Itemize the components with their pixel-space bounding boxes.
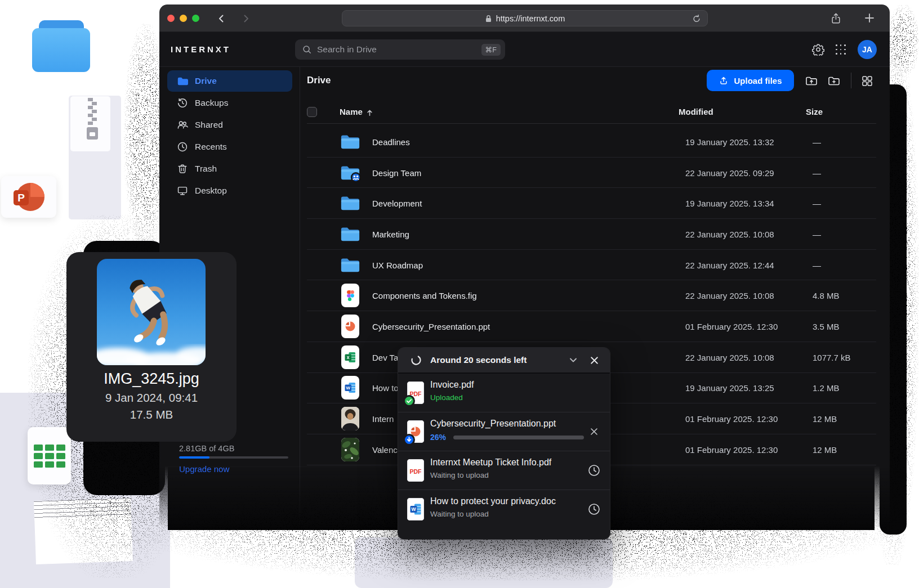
image-preview-card: IMG_3245.jpg 9 Jan 2024, 09:41 17.5 MB (66, 252, 237, 442)
internxt-logo: INTERNXT (171, 44, 231, 54)
waiting-clock-icon (587, 502, 601, 516)
file-name: Dev Ta (372, 352, 398, 362)
sidebar-item-label: Shared (195, 120, 223, 130)
marketing-composite: https://internxt.com INTERNXT Search in … (0, 0, 919, 588)
table-row[interactable]: Development 19 January 2025. 13:34 — (307, 188, 876, 219)
browser-chrome: https://internxt.com (159, 5, 890, 32)
file-name: Marketing (372, 229, 409, 239)
modified-date: 01 February 2025. 12:30 (685, 414, 778, 424)
upload-folder-icon[interactable] (804, 74, 819, 88)
file-size: 1077.7 kB (813, 352, 851, 362)
pdf-file-icon: PDF (407, 459, 424, 482)
photo-thumbnail (97, 259, 206, 365)
grid-view-icon[interactable] (860, 74, 875, 88)
close-window-button[interactable] (167, 15, 175, 22)
sidebar-item-drive[interactable]: Drive (167, 70, 292, 92)
close-icon[interactable] (587, 353, 601, 367)
people-icon (176, 119, 189, 131)
powerpoint-decoration: P (1, 176, 56, 218)
zip-file-decoration (70, 96, 110, 151)
storage-usage: 2.81GB of 4GB (179, 444, 234, 453)
folder-icon (176, 75, 189, 87)
powerpoint-letter: P (17, 192, 25, 204)
upload-item-status: Uploaded (430, 393, 463, 402)
upload-item-status: Waiting to upload (430, 510, 489, 518)
upload-item-name: Invoice.pdf (430, 380, 474, 390)
modified-date: 22 January 2025. 09:29 (685, 168, 774, 177)
upload-item-name: Cybersecurity_Presentation.ppt (430, 419, 556, 429)
blue-folder-decoration (32, 20, 90, 72)
chevron-down-icon[interactable] (566, 353, 580, 367)
upload-percent: 26% (430, 433, 446, 442)
reload-icon[interactable] (692, 14, 701, 23)
minimize-window-button[interactable] (180, 15, 187, 22)
modified-date: 19 January 2025. 13:32 (685, 137, 774, 146)
search-placeholder: Search in Drive (317, 44, 476, 55)
apps-grid-icon[interactable] (834, 43, 847, 56)
column-modified[interactable]: Modified (679, 107, 713, 116)
page-title: Drive (307, 75, 331, 86)
upload-files-button[interactable]: Upload files (707, 70, 794, 91)
search-icon (302, 44, 312, 55)
forward-icon[interactable] (240, 12, 252, 25)
new-folder-icon[interactable] (827, 74, 841, 88)
word-file-icon: W (407, 498, 424, 520)
modified-date: 01 February 2025. 12:30 (685, 445, 778, 454)
restore-clock-icon (176, 97, 189, 109)
file-size: — (813, 137, 821, 146)
zoom-window-button[interactable] (192, 15, 199, 22)
table-row[interactable]: Components and Tokens.fig 22 January 202… (307, 280, 876, 311)
sort-ascending-icon[interactable] (366, 109, 373, 119)
preview-filename: IMG_3245.jpg (66, 370, 237, 388)
upgrade-link[interactable]: Upgrade now (179, 464, 229, 474)
file-name: Deadlines (372, 137, 410, 146)
sidebar-item-label: Recents (195, 142, 227, 152)
share-icon[interactable] (829, 12, 842, 24)
sidebar-item-shared[interactable]: Shared (167, 114, 292, 136)
folder-icon (336, 226, 364, 243)
upload-progress-bar (453, 436, 584, 439)
table-row[interactable]: Design Team 22 January 2025. 09:29 — (307, 158, 876, 188)
excel-icon: x (336, 345, 364, 369)
spreadsheet-decoration (28, 427, 71, 484)
folder-icon (336, 195, 364, 212)
address-bar[interactable]: https://internxt.com (342, 10, 708, 26)
settings-gear-icon[interactable] (811, 43, 825, 56)
figma-icon (336, 284, 364, 307)
avatar[interactable]: JA (858, 40, 877, 59)
search-shortcut-badge: ⌘F (481, 44, 501, 56)
upload-item-name: How to protect your privacy.doc (430, 496, 556, 506)
search-input[interactable]: Search in Drive ⌘F (295, 39, 505, 60)
cancel-upload-icon[interactable] (587, 425, 601, 438)
back-icon[interactable] (215, 12, 227, 25)
file-size: — (813, 229, 821, 239)
svg-text:W: W (346, 386, 350, 391)
upload-popup-header: Around 20 seconds left (398, 348, 610, 374)
file-size: 12 MB (813, 414, 837, 424)
file-name: Cybersecurity_Presentation.ppt (372, 321, 490, 331)
sidebar-item-label: Trash (195, 164, 217, 174)
table-row[interactable]: UX Roadmap 22 January 2025. 12:44 — (307, 250, 876, 281)
sidebar-item-trash[interactable]: Trash (167, 158, 292, 179)
modified-date: 19 January 2025. 13:34 (685, 199, 774, 208)
file-size: 4.8 MB (813, 291, 840, 300)
table-row[interactable]: Deadlines 19 January 2025. 13:32 — (307, 127, 876, 158)
file-name: Components and Tokens.fig (372, 291, 477, 300)
upload-item: W How to protect your privacy.doc Waitin… (398, 490, 610, 529)
table-row[interactable]: Cybersecurity_Presentation.ppt 01 Februa… (307, 311, 876, 342)
window-controls[interactable] (167, 15, 199, 22)
file-size: — (813, 260, 821, 270)
column-size[interactable]: Size (806, 107, 823, 116)
sidebar-item-recents[interactable]: Recents (167, 136, 292, 158)
url-text: https://internxt.com (496, 14, 565, 23)
modified-date: 22 January 2025. 12:44 (685, 260, 774, 270)
select-all-checkbox[interactable] (307, 107, 317, 117)
folder-icon (336, 257, 364, 273)
modified-date: 22 January 2025. 10:08 (685, 352, 774, 362)
preview-size: 17.5 MB (66, 408, 237, 421)
table-row[interactable]: Marketing 22 January 2025. 10:08 — (307, 219, 876, 250)
new-tab-icon[interactable] (863, 12, 876, 24)
sidebar-item-desktop[interactable]: Desktop (167, 180, 292, 201)
sidebar-item-backups[interactable]: Backups (167, 92, 292, 114)
column-name[interactable]: Name (340, 107, 363, 116)
